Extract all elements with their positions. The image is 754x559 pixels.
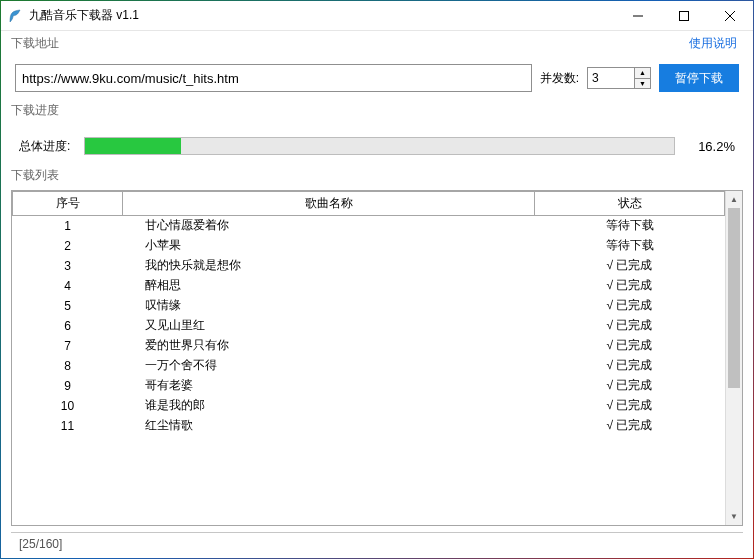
table-row[interactable]: 1甘心情愿爱着你等待下载 (13, 216, 725, 236)
cell-status: 等待下载 (535, 236, 725, 256)
table-row[interactable]: 2小苹果等待下载 (13, 236, 725, 256)
progress-percent: 16.2% (689, 139, 735, 154)
cell-name: 一万个舍不得 (123, 356, 535, 376)
close-button[interactable] (707, 1, 753, 31)
cell-status: √ 已完成 (535, 296, 725, 316)
status-text: [25/160] (19, 537, 62, 551)
cell-index: 2 (13, 236, 123, 256)
progress-bar (84, 137, 675, 155)
maximize-button[interactable] (661, 1, 707, 31)
cell-status: √ 已完成 (535, 356, 725, 376)
cell-name: 谁是我的郎 (123, 396, 535, 416)
cell-name: 又见山里红 (123, 316, 535, 336)
svg-rect-1 (680, 11, 689, 20)
cell-status: √ 已完成 (535, 416, 725, 436)
cell-index: 1 (13, 216, 123, 236)
cell-name: 叹情缘 (123, 296, 535, 316)
col-header-name[interactable]: 歌曲名称 (123, 192, 535, 216)
concurrency-spinner[interactable]: ▲ ▼ (587, 67, 651, 89)
pause-download-button[interactable]: 暂停下载 (659, 64, 739, 92)
cell-index: 4 (13, 276, 123, 296)
spinner-up-icon[interactable]: ▲ (635, 68, 650, 79)
cell-name: 爱的世界只有你 (123, 336, 535, 356)
window-controls (615, 1, 753, 31)
table-row[interactable]: 6又见山里红√ 已完成 (13, 316, 725, 336)
progress-group: 下载进度 总体进度: 16.2% (11, 102, 743, 165)
cell-status: √ 已完成 (535, 256, 725, 276)
cell-index: 7 (13, 336, 123, 356)
cell-index: 8 (13, 356, 123, 376)
concurrency-input[interactable] (587, 67, 635, 89)
cell-name: 我的快乐就是想你 (123, 256, 535, 276)
help-link[interactable]: 使用说明 (689, 35, 737, 52)
col-header-index[interactable]: 序号 (13, 192, 123, 216)
table-row[interactable]: 9哥有老婆√ 已完成 (13, 376, 725, 396)
cell-name: 醉相思 (123, 276, 535, 296)
download-list-group: 下载列表 序号 歌曲名称 状态 1甘心情愿爱着你等待下载2小苹果等待下载3我的快… (11, 167, 743, 526)
list-scrollbar[interactable]: ▲ ▼ (725, 191, 742, 525)
scroll-up-icon[interactable]: ▲ (726, 191, 742, 208)
scroll-down-icon[interactable]: ▼ (726, 508, 742, 525)
progress-group-label: 下载进度 (11, 102, 743, 119)
cell-status: √ 已完成 (535, 316, 725, 336)
concurrency-label: 并发数: (540, 70, 579, 87)
cell-status: √ 已完成 (535, 396, 725, 416)
cell-name: 哥有老婆 (123, 376, 535, 396)
cell-index: 5 (13, 296, 123, 316)
url-input[interactable] (15, 64, 532, 92)
table-row[interactable]: 4醉相思√ 已完成 (13, 276, 725, 296)
statusbar: [25/160] (11, 532, 743, 554)
cell-index: 9 (13, 376, 123, 396)
window-title: 九酷音乐下载器 v1.1 (29, 7, 139, 24)
app-icon (7, 8, 23, 24)
address-group: 下载地址 使用说明 并发数: ▲ ▼ 暂停下载 (11, 35, 743, 96)
table-row[interactable]: 3我的快乐就是想你√ 已完成 (13, 256, 725, 276)
cell-name: 小苹果 (123, 236, 535, 256)
cell-name: 甘心情愿爱着你 (123, 216, 535, 236)
download-table: 序号 歌曲名称 状态 1甘心情愿爱着你等待下载2小苹果等待下载3我的快乐就是想你… (12, 191, 725, 436)
table-row[interactable]: 8一万个舍不得√ 已完成 (13, 356, 725, 376)
table-row[interactable]: 5叹情缘√ 已完成 (13, 296, 725, 316)
cell-index: 6 (13, 316, 123, 336)
minimize-button[interactable] (615, 1, 661, 31)
cell-name: 红尘情歌 (123, 416, 535, 436)
table-row[interactable]: 11红尘情歌√ 已完成 (13, 416, 725, 436)
spinner-down-icon[interactable]: ▼ (635, 79, 650, 89)
progress-fill (85, 138, 180, 154)
cell-index: 3 (13, 256, 123, 276)
overall-progress-label: 总体进度: (19, 138, 70, 155)
download-list-label: 下载列表 (11, 167, 743, 184)
cell-index: 11 (13, 416, 123, 436)
table-row[interactable]: 7爱的世界只有你√ 已完成 (13, 336, 725, 356)
titlebar: 九酷音乐下载器 v1.1 (1, 1, 753, 31)
address-group-label: 下载地址 (11, 35, 743, 52)
table-row[interactable]: 10谁是我的郎√ 已完成 (13, 396, 725, 416)
cell-status: √ 已完成 (535, 336, 725, 356)
cell-status: 等待下载 (535, 216, 725, 236)
cell-status: √ 已完成 (535, 376, 725, 396)
scroll-thumb[interactable] (728, 208, 740, 388)
col-header-status[interactable]: 状态 (535, 192, 725, 216)
cell-index: 10 (13, 396, 123, 416)
cell-status: √ 已完成 (535, 276, 725, 296)
